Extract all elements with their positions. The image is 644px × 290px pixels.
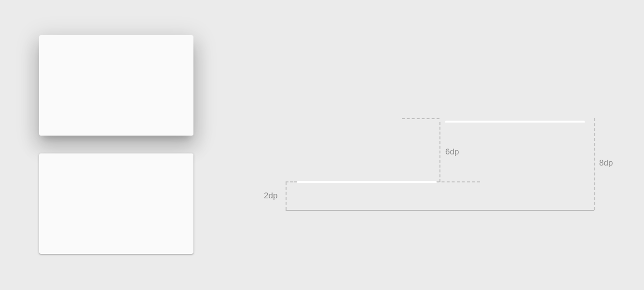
- elevation-card-high: [39, 35, 193, 136]
- label-6dp: 6dp: [445, 147, 459, 157]
- guide-horizontal-low-right: [437, 181, 480, 182]
- guide-vertical-6dp: [439, 122, 440, 182]
- label-8dp: 8dp: [599, 158, 613, 168]
- guide-vertical-2dp: [286, 182, 287, 210]
- guide-horizontal-low-left: [286, 181, 297, 182]
- guide-vertical-8dp: [594, 118, 595, 210]
- surface-2dp: [297, 181, 437, 183]
- surface-8dp: [445, 121, 585, 123]
- guide-horizontal-top: [402, 118, 439, 119]
- ground-line: [286, 210, 594, 211]
- label-2dp: 2dp: [264, 191, 277, 201]
- elevation-diagram: 2dp 6dp 8dp: [262, 118, 616, 215]
- elevation-card-low: [39, 153, 193, 254]
